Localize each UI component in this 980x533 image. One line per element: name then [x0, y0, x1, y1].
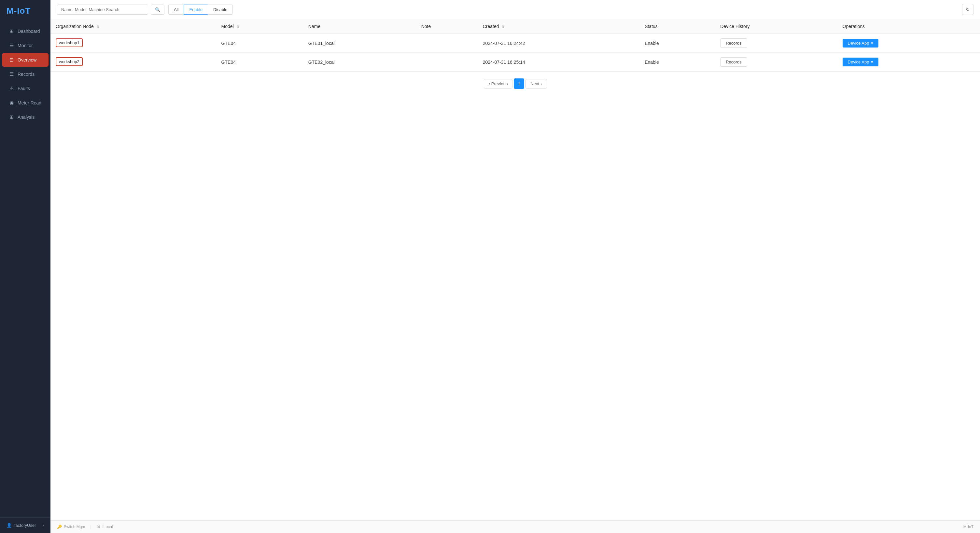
- model-cell: GTE04: [216, 53, 303, 71]
- col-created: Created ⇅: [477, 19, 640, 34]
- operations-cell: Device App ▾: [837, 53, 980, 71]
- note-cell: [416, 53, 477, 71]
- sort-icon: ⇅: [96, 25, 99, 29]
- building-icon: 🏛: [96, 525, 100, 529]
- sidebar-nav: ⊞ Dashboard ☰ Monitor ⊟ Overview ☰ Recor…: [0, 22, 51, 517]
- refresh-button[interactable]: ↻: [962, 4, 974, 15]
- note-cell: [416, 34, 477, 53]
- device-history-cell: Records: [715, 53, 837, 71]
- main-content: 🔍 All Enable Disable ↻ Organization Node…: [51, 0, 980, 533]
- dashboard-icon: ⊞: [8, 28, 14, 34]
- sort-icon: ⇅: [501, 25, 504, 29]
- meter-read-icon: ◉: [8, 100, 14, 106]
- chevron-down-icon: ▾: [871, 41, 873, 46]
- operations-cell: Device App ▾: [837, 34, 980, 53]
- col-operations: Operations: [837, 19, 980, 34]
- sidebar-item-label: Meter Read: [18, 100, 41, 105]
- sidebar-item-analysis[interactable]: ⊞ Analysis: [2, 110, 49, 124]
- next-page-button[interactable]: Next ›: [525, 79, 547, 89]
- records-button[interactable]: Records: [720, 38, 747, 48]
- faults-icon: ⚠: [8, 86, 14, 92]
- search-input[interactable]: [57, 5, 148, 15]
- user-name: factoryUser: [14, 523, 36, 528]
- sidebar: M-IoT ⊞ Dashboard ☰ Monitor ⊟ Overview ☰…: [0, 0, 51, 533]
- filter-all-button[interactable]: All: [168, 5, 184, 15]
- ilocal-label: ILocal: [102, 525, 113, 529]
- chevron-down-icon: ▾: [871, 60, 873, 64]
- analysis-icon: ⊞: [8, 114, 14, 120]
- device-history-cell: Records: [715, 34, 837, 53]
- sidebar-item-label: Faults: [18, 86, 30, 91]
- page-1-button[interactable]: 1: [514, 78, 524, 89]
- records-icon: ☰: [8, 71, 14, 77]
- sort-icon: ⇅: [236, 25, 239, 29]
- records-button[interactable]: Records: [720, 57, 747, 67]
- sidebar-item-monitor[interactable]: ☰ Monitor: [2, 39, 49, 52]
- created-cell: 2024-07-31 16:25:14: [477, 53, 640, 71]
- pagination: ‹ Previous 1 Next ›: [51, 71, 980, 95]
- toolbar: 🔍 All Enable Disable ↻: [51, 0, 980, 19]
- sidebar-item-label: Analysis: [18, 114, 35, 120]
- footer-bar: 🔑 Switch Mgm | 🏛 ILocal M-IoT: [51, 520, 980, 533]
- search-icon: 🔍: [155, 7, 160, 12]
- filter-disable-button[interactable]: Disable: [208, 5, 233, 15]
- filter-group: All Enable Disable: [168, 5, 233, 15]
- user-icon: 👤: [6, 523, 12, 528]
- status-cell: Enable: [640, 53, 715, 71]
- footer-divider: |: [90, 525, 91, 529]
- sidebar-footer[interactable]: 👤 factoryUser ›: [0, 517, 51, 533]
- sidebar-item-label: Records: [18, 71, 35, 77]
- monitor-icon: ☰: [8, 43, 14, 49]
- status-value: Enable: [645, 60, 659, 65]
- sidebar-item-label: Overview: [18, 57, 37, 62]
- col-device-history: Device History: [715, 19, 837, 34]
- col-org-node: Organization Node ⇅: [51, 19, 216, 34]
- device-app-button[interactable]: Device App ▾: [843, 39, 879, 48]
- sidebar-item-overview[interactable]: ⊟ Overview: [2, 53, 49, 67]
- footer-brand: M-IoT: [963, 525, 974, 529]
- sidebar-item-dashboard[interactable]: ⊞ Dashboard: [2, 24, 49, 38]
- search-button[interactable]: 🔍: [151, 5, 164, 15]
- org-node-value: workshop2: [56, 57, 83, 66]
- device-app-button[interactable]: Device App ▾: [843, 57, 879, 67]
- switch-mgm-label: Switch Mgm: [64, 525, 85, 529]
- switch-mgm-item[interactable]: 🔑 Switch Mgm: [57, 525, 85, 529]
- overview-icon: ⊟: [8, 57, 14, 63]
- table-row: workshop2 GTE04 GTE02_local 2024-07-31 1…: [51, 53, 980, 71]
- ilocal-item[interactable]: 🏛 ILocal: [96, 525, 113, 529]
- sidebar-item-label: Monitor: [18, 43, 33, 48]
- logo: M-IoT: [0, 0, 51, 22]
- table-container: Organization Node ⇅ Model ⇅ Name Note Cr…: [51, 19, 980, 520]
- table-header-row: Organization Node ⇅ Model ⇅ Name Note Cr…: [51, 19, 980, 34]
- sidebar-item-faults[interactable]: ⚠ Faults: [2, 82, 49, 95]
- sidebar-item-label: Dashboard: [18, 29, 40, 34]
- org-node-cell: workshop1: [51, 34, 216, 53]
- chevron-right-icon: ›: [541, 81, 542, 86]
- col-note: Note: [416, 19, 477, 34]
- name-cell: GTE02_local: [303, 53, 416, 71]
- status-cell: Enable: [640, 34, 715, 53]
- col-name: Name: [303, 19, 416, 34]
- sidebar-item-records[interactable]: ☰ Records: [2, 67, 49, 81]
- table-row: workshop1 GTE04 GTE01_local 2024-07-31 1…: [51, 34, 980, 53]
- sidebar-item-meter-read[interactable]: ◉ Meter Read: [2, 96, 49, 109]
- model-cell: GTE04: [216, 34, 303, 53]
- org-node-cell: workshop2: [51, 53, 216, 71]
- filter-enable-button[interactable]: Enable: [184, 5, 207, 15]
- chevron-right-icon: ›: [43, 523, 44, 527]
- chevron-left-icon: ‹: [489, 81, 490, 86]
- name-cell: GTE01_local: [303, 34, 416, 53]
- col-model: Model ⇅: [216, 19, 303, 34]
- created-cell: 2024-07-31 16:24:42: [477, 34, 640, 53]
- col-status: Status: [640, 19, 715, 34]
- key-icon: 🔑: [57, 525, 62, 529]
- devices-table: Organization Node ⇅ Model ⇅ Name Note Cr…: [51, 19, 980, 71]
- prev-page-button[interactable]: ‹ Previous: [484, 79, 513, 89]
- status-value: Enable: [645, 41, 659, 46]
- org-node-value: workshop1: [56, 38, 83, 47]
